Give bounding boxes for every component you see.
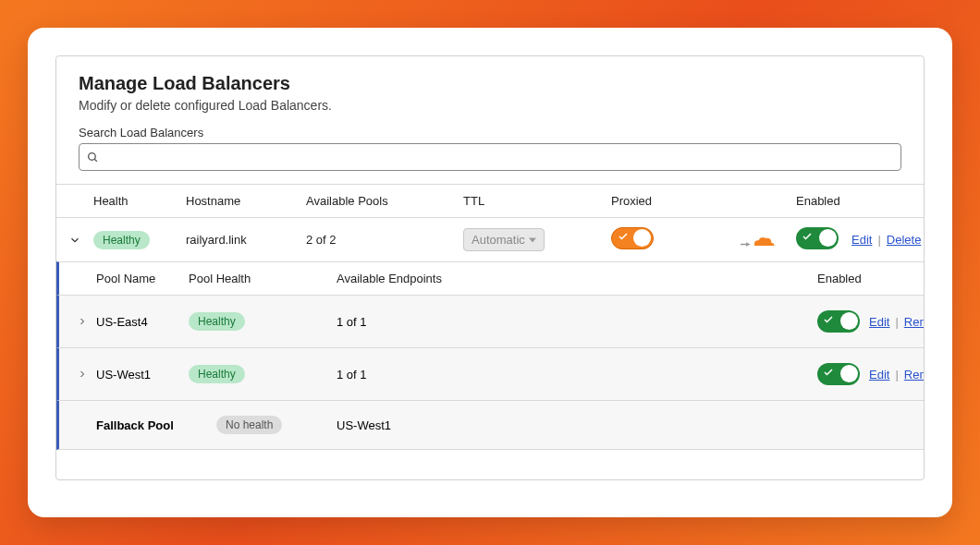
pool-enabled-toggle[interactable] — [817, 363, 860, 385]
col-pool-name: Pool Name — [96, 272, 189, 285]
chevron-down-icon — [68, 234, 81, 247]
col-ttl: TTL — [463, 194, 611, 208]
search-input[interactable] — [104, 151, 893, 164]
remove-link[interactable]: Remove — [904, 368, 925, 382]
caret-down-icon — [529, 236, 536, 244]
svg-marker-4 — [746, 242, 751, 247]
pool-endpoints: 1 of 1 — [337, 315, 817, 329]
expand-toggle[interactable] — [68, 369, 96, 380]
col-enabled: Enabled — [796, 194, 851, 208]
expand-toggle[interactable] — [56, 234, 93, 247]
panel-header: Manage Load Balancers Modify or delete c… — [56, 56, 924, 184]
col-proxied: Proxied — [611, 194, 741, 208]
hostname-value: railyard.link — [186, 233, 306, 247]
check-icon — [823, 314, 834, 325]
col-pool-health: Pool Health — [189, 272, 337, 285]
panel-title: Manage Load Balancers — [79, 73, 901, 94]
edit-link[interactable]: Edit — [869, 315, 889, 329]
search-box[interactable] — [79, 143, 901, 171]
chevron-right-icon — [77, 369, 88, 380]
pool-row: US-West1 Healthy 1 of 1 Edit | Remove — [56, 347, 924, 400]
ttl-value: Automatic — [472, 233, 525, 247]
svg-point-0 — [89, 152, 96, 160]
pool-name: US-East4 — [96, 315, 189, 329]
lb-actions: Edit | Delete — [851, 233, 924, 247]
fallback-row: Fallback Pool No health US-West1 — [56, 400, 924, 450]
lb-row: Healthy railyard.link 2 of 2 Automatic — [56, 217, 924, 261]
svg-marker-2 — [529, 237, 536, 242]
available-pools-value: 2 of 2 — [306, 233, 463, 247]
fallback-label: Fallback Pool — [96, 418, 216, 432]
ttl-select[interactable]: Automatic — [463, 228, 545, 251]
search-label: Search Load Balancers — [79, 126, 901, 139]
col-available-endpoints: Available Endpoints — [337, 272, 817, 285]
check-icon — [618, 231, 629, 242]
pool-actions: Edit | Remove — [869, 315, 925, 329]
expand-toggle[interactable] — [68, 316, 96, 327]
edit-link[interactable]: Edit — [851, 233, 872, 247]
lb-table-header: Health Hostname Available Pools TTL Prox… — [56, 184, 924, 217]
pool-actions: Edit | Remove — [869, 368, 925, 382]
pool-endpoints: 1 of 1 — [337, 368, 817, 382]
pool-row: US-East4 Healthy 1 of 1 Edit | Remove — [56, 295, 924, 347]
col-available-pools: Available Pools — [306, 194, 463, 208]
col-hostname: Hostname — [186, 194, 306, 208]
pool-enabled-toggle[interactable] — [817, 310, 860, 333]
edit-link[interactable]: Edit — [869, 368, 889, 382]
col-enabled-sub: Enabled — [817, 272, 924, 285]
check-icon — [802, 231, 813, 242]
proxied-toggle[interactable] — [611, 227, 654, 249]
search-icon — [87, 151, 99, 164]
pool-sub-header: Pool Name Pool Health Available Endpoint… — [56, 261, 924, 295]
check-icon — [823, 367, 834, 378]
svg-line-1 — [94, 159, 97, 162]
fallback-pool-name: US-West1 — [337, 418, 817, 432]
delete-link[interactable]: Delete — [887, 233, 922, 247]
enabled-toggle[interactable] — [796, 227, 839, 249]
health-badge: Healthy — [93, 231, 150, 249]
panel-subtitle: Modify or delete configured Load Balance… — [79, 98, 901, 113]
pool-health-badge: Healthy — [189, 365, 245, 383]
fallback-health-badge: No health — [216, 416, 282, 434]
chevron-right-icon — [77, 316, 88, 327]
app-card: Manage Load Balancers Modify or delete c… — [28, 28, 952, 517]
pool-health-badge: Healthy — [189, 312, 245, 331]
cloudflare-icon — [741, 231, 796, 249]
remove-link[interactable]: Remove — [904, 315, 925, 329]
col-health: Health — [93, 194, 186, 208]
pool-name: US-West1 — [96, 368, 189, 382]
manage-panel: Manage Load Balancers Modify or delete c… — [55, 55, 925, 480]
